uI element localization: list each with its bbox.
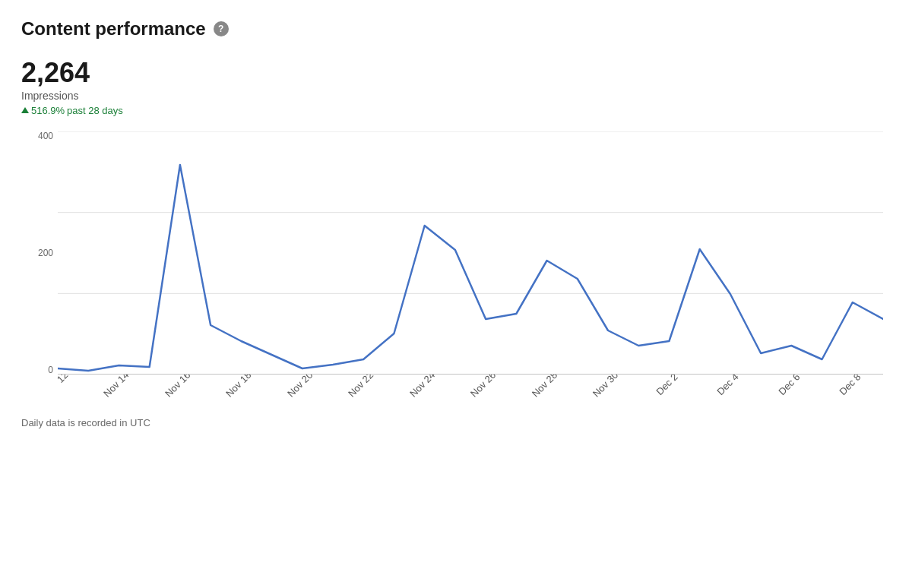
- footer-note: Daily data is recorded in UTC: [21, 417, 891, 428]
- svg-text:Dec 8: Dec 8: [837, 375, 863, 397]
- svg-text:Nov 24: Nov 24: [407, 375, 437, 400]
- svg-text:Nov 20: Nov 20: [285, 375, 315, 400]
- metrics-section: 2,264 Impressions 516.9% past 28 days: [21, 58, 891, 116]
- svg-text:Nov 18: Nov 18: [223, 375, 253, 400]
- svg-text:Dec 2: Dec 2: [654, 375, 679, 397]
- chart-line: [58, 165, 883, 371]
- metric-change: 516.9% past 28 days: [21, 105, 891, 116]
- x-axis: Nov 12 Nov 14 Nov 16 Nov 18 Nov 20 Nov 2…: [58, 375, 883, 405]
- y-axis: 400 200 0: [21, 131, 53, 375]
- y-label-400: 400: [21, 131, 53, 141]
- svg-text:Nov 16: Nov 16: [163, 375, 192, 400]
- svg-text:Nov 26: Nov 26: [468, 375, 498, 400]
- x-axis-svg: Nov 12 Nov 14 Nov 16 Nov 18 Nov 20 Nov 2…: [58, 375, 883, 405]
- chart-container: 400 200 0 Nov 12 Nov 14 N: [21, 131, 891, 405]
- y-label-0: 0: [21, 365, 53, 375]
- change-period: past 28 days: [67, 105, 123, 116]
- svg-text:Dec 6: Dec 6: [776, 375, 802, 397]
- svg-text:Nov 28: Nov 28: [530, 375, 559, 400]
- svg-text:Nov 14: Nov 14: [101, 375, 131, 400]
- svg-text:Nov 22: Nov 22: [346, 375, 375, 400]
- y-label-200: 200: [21, 248, 53, 258]
- chart-svg: [58, 131, 883, 375]
- page-container: Content performance ? 2,264 Impressions …: [21, 18, 891, 428]
- svg-text:Dec 4: Dec 4: [714, 375, 740, 397]
- page-header: Content performance ?: [21, 18, 891, 40]
- help-icon[interactable]: ?: [214, 21, 229, 36]
- metric-value: 2,264: [21, 58, 891, 88]
- chart-area: [58, 131, 883, 375]
- svg-text:Nov 30: Nov 30: [591, 375, 620, 400]
- metric-label: Impressions: [21, 90, 891, 102]
- svg-text:Nov 12: Nov 12: [58, 375, 70, 400]
- page-title: Content performance: [21, 18, 206, 40]
- change-value: 516.9%: [31, 105, 65, 116]
- trend-up-icon: [21, 107, 29, 113]
